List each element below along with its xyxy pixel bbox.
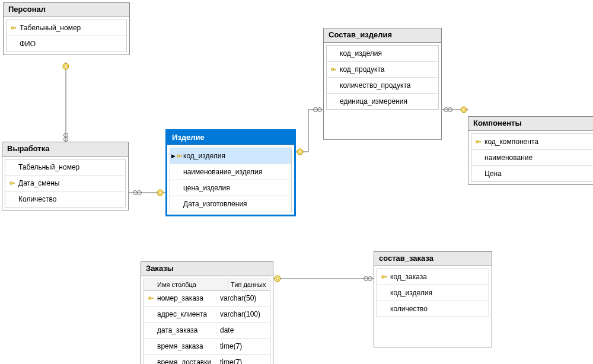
key-cell: [7, 180, 18, 187]
table-row[interactable]: Табельный_номер: [7, 20, 126, 36]
svg-rect-16: [181, 155, 181, 157]
column-type: varchar(100): [216, 310, 267, 318]
table-row[interactable]: ФИО: [7, 36, 126, 52]
entity-title: Выработка: [2, 142, 128, 157]
key-icon: [330, 66, 337, 73]
table-row[interactable]: единица_измерения: [327, 94, 438, 109]
entity-vyrabotka[interactable]: Выработка Табельный_номерДата_сменыКолич…: [2, 142, 129, 210]
entity-title: Изделие: [167, 131, 294, 145]
entity-title: Персонал: [4, 3, 129, 17]
rows: Табельный_номерФИО: [6, 20, 127, 52]
header-name: Имя столбца: [144, 279, 228, 290]
column-type: time(7): [216, 358, 267, 364]
svg-rect-22: [480, 141, 480, 142]
svg-rect-28: [385, 276, 386, 277]
column-name: единица_измерения: [340, 97, 436, 106]
svg-rect-25: [152, 298, 153, 299]
column-name: Цена: [484, 170, 592, 178]
rows: ▶код_изделиянаименование_изделияцена_изд…: [170, 148, 292, 212]
table-row[interactable]: Количество: [5, 191, 125, 207]
column-name: Количество: [18, 195, 123, 203]
column-type: time(7): [216, 342, 267, 350]
column-type: date: [216, 326, 267, 334]
rows: Имя столбца Тип данных номер_заказаvarch…: [144, 279, 270, 364]
entity-zakazy[interactable]: Заказы Имя столбца Тип данных номер_зака…: [141, 261, 273, 364]
table-row[interactable]: время_заказаtime(7): [144, 339, 270, 355]
column-name: код_изделия: [390, 289, 486, 297]
key-icon: [9, 180, 16, 187]
column-name: дата_заказа: [157, 326, 216, 334]
entity-title: состав_заказа: [374, 252, 492, 266]
entity-sostav-izdelia[interactable]: Состав_изделия код_изделиякод_продуктако…: [323, 28, 442, 140]
entity-title: Компоненты: [468, 117, 593, 131]
key-cell: [328, 66, 340, 73]
svg-rect-10: [15, 27, 15, 28]
key-icon: [148, 295, 155, 302]
table-row[interactable]: Цена: [471, 166, 593, 181]
table-row[interactable]: код_изделия: [377, 285, 489, 301]
table-row[interactable]: код_продукта: [327, 62, 438, 78]
entity-sostav-zakaza[interactable]: состав_заказа код_заказакод_изделияколич…: [374, 251, 492, 347]
column-name: время_доставки: [157, 358, 216, 364]
column-name: наименование_изделия: [183, 168, 289, 176]
key-cell: [473, 138, 484, 145]
table-row[interactable]: код_компонента: [471, 134, 593, 150]
table-row[interactable]: дата_заказаdate: [144, 323, 270, 339]
key-icon: [10, 24, 17, 31]
table-row[interactable]: код_изделия: [327, 46, 438, 62]
table-row[interactable]: Дата_изготовления: [170, 196, 291, 212]
table-row[interactable]: количество_продукта: [327, 78, 438, 94]
column-name: адрес_клиента: [157, 310, 216, 318]
column-name: Дата_смены: [18, 179, 123, 187]
column-type: varchar(50): [216, 294, 267, 302]
column-name: код_компонента: [484, 138, 592, 146]
key-icon: [475, 138, 482, 145]
rows: код_заказакод_изделияколичество: [377, 269, 489, 317]
column-name: наименование: [484, 154, 592, 162]
table-row[interactable]: наименование_изделия: [170, 164, 291, 180]
entity-personal[interactable]: Персонал Табельный_номерФИО: [3, 2, 130, 55]
table-row[interactable]: Табельный_номер: [5, 159, 125, 175]
table-row[interactable]: наименование: [471, 150, 593, 166]
key-cell: [378, 273, 390, 280]
rows: код_компонентанаименованиеЦена: [471, 133, 593, 182]
table-row[interactable]: цена_изделия: [170, 180, 291, 196]
entity-izdelie[interactable]: Изделие ▶код_изделиянаименование_изделия…: [165, 129, 296, 216]
table-row[interactable]: номер_заказаvarchar(50): [144, 290, 270, 306]
column-name: цена_изделия: [183, 184, 289, 192]
key-icon: [381, 273, 388, 280]
column-name: код_продукта: [340, 65, 436, 74]
column-name: Дата_изготовления: [183, 200, 289, 208]
column-name: количество: [390, 305, 486, 313]
rows: Табельный_номерДата_сменыКоличество: [5, 159, 126, 207]
svg-rect-19: [335, 69, 336, 70]
key-cell: ▶: [171, 152, 183, 159]
table-row[interactable]: код_заказа: [377, 269, 489, 285]
column-name: код_заказа: [390, 273, 486, 281]
column-name: время_заказа: [157, 342, 216, 350]
table-row[interactable]: количество: [377, 301, 489, 317]
key-icon: [176, 152, 183, 159]
key-cell: [145, 295, 157, 302]
column-name: номер_заказа: [157, 294, 216, 302]
column-name: ФИО: [20, 40, 124, 48]
row-selector-arrow: ▶: [171, 153, 176, 159]
table-row[interactable]: время_доставкиtime(7): [144, 355, 270, 364]
column-name: количество_продукта: [340, 81, 436, 90]
svg-rect-13: [14, 183, 14, 184]
column-name: Табельный_номер: [20, 24, 124, 32]
table-row[interactable]: ▶код_изделия: [170, 148, 291, 164]
table-row[interactable]: адрес_клиентаvarchar(100): [144, 306, 270, 323]
column-headers: Имя столбца Тип данных: [144, 279, 270, 290]
key-cell: [8, 24, 20, 31]
column-name: код_изделия: [183, 152, 289, 160]
entity-title: Состав_изделия: [324, 28, 441, 43]
diagram-canvas[interactable]: Персонал Табельный_номерФИО Выработка Та…: [0, 0, 593, 364]
table-row[interactable]: Дата_смены: [5, 175, 125, 191]
column-name: код_изделия: [340, 49, 436, 58]
header-type: Тип данных: [228, 279, 270, 290]
rows: код_изделиякод_продуктаколичество_продук…: [326, 45, 439, 110]
entity-komponenty[interactable]: Компоненты код_компонентанаименованиеЦен…: [468, 116, 593, 185]
entity-title: Заказы: [141, 262, 273, 276]
column-name: Табельный_номер: [18, 163, 123, 171]
